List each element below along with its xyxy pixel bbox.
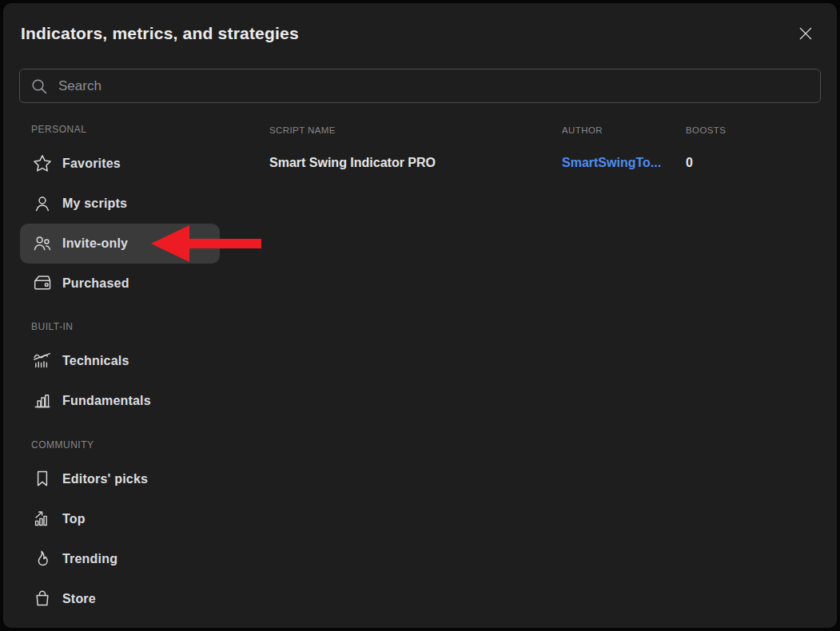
script-table: SCRIPT NAME AUTHOR BOOSTS Smart Swing In… <box>269 120 818 182</box>
section-label-community: COMMUNITY <box>20 434 220 456</box>
section-label-built-in: BUILT-IN <box>20 316 220 338</box>
bar-chart-icon <box>31 390 54 412</box>
sidebar-item-invite-only[interactable]: Invite-only <box>20 224 220 264</box>
sidebar-item-label: Store <box>62 592 96 606</box>
sidebar-item-label: Top <box>62 512 86 526</box>
star-icon <box>31 153 54 175</box>
sidebar-item-fundamentals[interactable]: Fundamentals <box>20 381 220 421</box>
sidebar: PERSONAL Favorites My scripts <box>20 118 220 619</box>
indicators-dialog: Indicators, metrics, and strategies PERS… <box>3 3 837 628</box>
script-name: Smart Swing Indicator PRO <box>269 156 562 170</box>
group-icon <box>31 232 54 255</box>
person-icon <box>31 192 54 215</box>
section-label-personal: PERSONAL <box>20 118 220 141</box>
sidebar-item-label: Favorites <box>62 157 121 171</box>
sidebar-item-top[interactable]: Top <box>20 499 220 539</box>
sidebar-item-label: Trending <box>62 552 117 566</box>
sidebar-item-label: Fundamentals <box>62 394 151 408</box>
bag-icon <box>31 588 54 610</box>
sidebar-item-label: Technicals <box>62 354 129 368</box>
sidebar-item-favorites[interactable]: Favorites <box>20 144 220 184</box>
wallet-icon <box>31 272 54 295</box>
flame-icon <box>31 548 54 570</box>
bookmark-icon <box>31 468 54 490</box>
column-header-boosts: BOOSTS <box>686 125 818 135</box>
search-box[interactable] <box>19 69 821 103</box>
technicals-icon <box>31 350 54 372</box>
sidebar-item-label: Editors' picks <box>62 472 148 486</box>
top-chart-icon <box>31 508 54 530</box>
close-icon <box>796 24 815 43</box>
sidebar-item-label: My scripts <box>62 196 127 211</box>
sidebar-item-label: Purchased <box>62 276 129 291</box>
sidebar-item-label: Invite-only <box>62 236 128 251</box>
author-link[interactable]: SmartSwingTo... <box>562 156 686 170</box>
boosts-count: 0 <box>686 156 818 170</box>
close-button[interactable] <box>795 23 816 44</box>
table-header: SCRIPT NAME AUTHOR BOOSTS <box>269 120 818 141</box>
column-header-script-name: SCRIPT NAME <box>269 125 562 135</box>
sidebar-item-trending[interactable]: Trending <box>20 539 220 579</box>
sidebar-item-editors-picks[interactable]: Editors' picks <box>20 459 220 499</box>
sidebar-item-my-scripts[interactable]: My scripts <box>20 184 220 224</box>
sidebar-item-purchased[interactable]: Purchased <box>20 264 220 304</box>
search-icon <box>30 77 49 96</box>
search-input[interactable] <box>57 77 810 95</box>
dialog-title: Indicators, metrics, and strategies <box>21 24 299 43</box>
column-header-author: AUTHOR <box>562 125 686 135</box>
sidebar-item-technicals[interactable]: Technicals <box>20 341 220 381</box>
sidebar-item-store[interactable]: Store <box>20 579 220 619</box>
table-row[interactable]: Smart Swing Indicator PRO SmartSwingTo..… <box>269 144 818 182</box>
